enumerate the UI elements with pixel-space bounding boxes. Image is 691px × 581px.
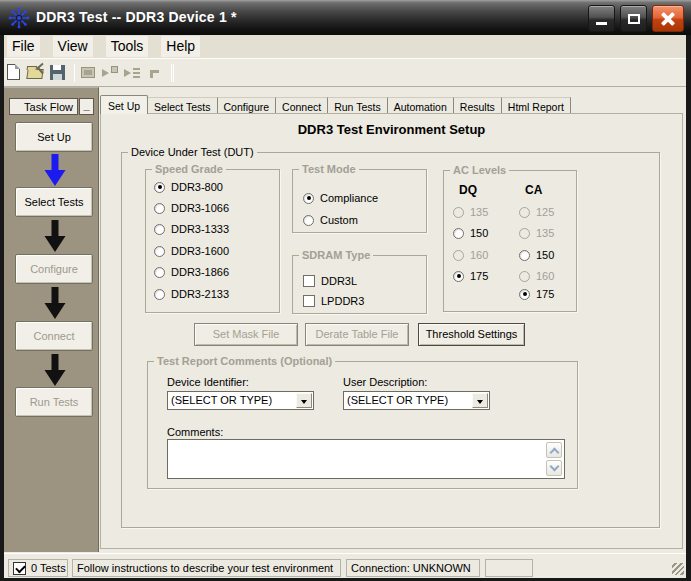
dq-column-header: DQ (459, 183, 477, 197)
export-setup-icon[interactable] (79, 63, 99, 83)
set-mask-file-button[interactable]: Set Mask File (194, 323, 298, 346)
maximize-button[interactable] (620, 5, 647, 32)
new-document-icon[interactable] (4, 63, 24, 83)
task-flow-connect-button[interactable]: Connect (15, 321, 93, 351)
task-flow-select-tests-button[interactable]: Select Tests (15, 187, 93, 217)
radio-ca-135[interactable]: 135 (519, 227, 554, 239)
radio-ca-125[interactable]: 125 (519, 206, 554, 218)
status-bar: 0 Tests Follow instructions to describe … (4, 555, 686, 578)
radio-ca-160[interactable]: 160 (519, 270, 554, 282)
status-message-panel: Follow instructions to describe your tes… (72, 559, 341, 577)
device-identifier-combo[interactable]: (SELECT OR TYPE) (167, 391, 314, 410)
speed-grade-group: Speed Grade DDR3-800 DDR3-1066 DDR3-1333… (145, 169, 280, 313)
radio-ddr3-1866[interactable]: DDR3-1866 (154, 266, 229, 278)
app-window: DDR3 Test -- DDR3 Device 1 * File View T… (0, 0, 691, 581)
task-flow-minimize-button[interactable]: _ (79, 98, 94, 115)
radio-dq-150[interactable]: 150 (453, 227, 488, 239)
toolbar-separator (173, 64, 174, 82)
menu-bar: File View Tools Help (0, 35, 691, 59)
app-icon (8, 7, 30, 29)
tab-select-tests[interactable]: Select Tests (148, 97, 217, 114)
tab-set-up[interactable]: Set Up (100, 95, 148, 114)
run-test-list-icon[interactable] (123, 63, 143, 83)
maximize-icon (628, 14, 640, 24)
toolbar-separator (74, 64, 75, 82)
radio-ca-175[interactable]: 175 (519, 288, 554, 300)
menu-view[interactable]: View (53, 36, 93, 57)
scroll-up-button[interactable] (546, 442, 562, 458)
radio-dq-175[interactable]: 175 (453, 270, 488, 282)
test-mode-group: Test Mode Compliance Custom (292, 169, 427, 233)
abort-run-icon[interactable] (145, 63, 165, 83)
test-mode-label: Test Mode (299, 163, 359, 175)
sdram-type-label: SDRAM Type (299, 249, 373, 261)
run-selected-test-icon[interactable] (101, 63, 121, 83)
radio-ddr3-1333[interactable]: DDR3-1333 (154, 223, 229, 235)
tab-automation[interactable]: Automation (388, 97, 454, 114)
dut-group: Device Under Test (DUT) Speed Grade DDR3… (121, 152, 660, 528)
task-flow-panel: Task Flow _ Set Up Select Tests Configur… (4, 87, 99, 552)
menu-file[interactable]: File (7, 36, 40, 57)
title-bar: DDR3 Test -- DDR3 Device 1 * (0, 0, 691, 35)
radio-ca-150[interactable]: 150 (519, 249, 554, 261)
tab-strip: Set Up Select Tests Configure Connect Ru… (100, 95, 571, 114)
flow-arrow-icon (43, 220, 67, 252)
chevron-down-icon[interactable] (296, 393, 312, 408)
flow-arrow-icon (43, 287, 67, 319)
test-report-comments-label: Test Report Comments (Optional) (154, 355, 335, 367)
toolbar (0, 60, 691, 87)
menu-help[interactable]: Help (161, 36, 200, 57)
status-separator (0, 553, 691, 554)
ac-levels-label: AC Levels (450, 164, 509, 176)
ca-column-header: CA (525, 183, 542, 197)
derate-table-file-button[interactable]: Derate Table File (305, 323, 409, 346)
user-description-label: User Description: (343, 376, 427, 388)
comments-label: Comments: (167, 426, 223, 438)
page-title: DDR3 Test Environment Setup (101, 122, 682, 137)
flow-arrow-icon (43, 154, 67, 186)
sdram-type-group: SDRAM Type DDR3L LPDDR3 (292, 255, 427, 314)
tab-connect[interactable]: Connect (276, 97, 328, 114)
window-border (686, 35, 691, 581)
task-flow-run-tests-button[interactable]: Run Tests (15, 387, 93, 417)
connection-status-panel: Connection: UNKNOWN (346, 559, 480, 577)
threshold-settings-button[interactable]: Threshold Settings (418, 323, 525, 346)
task-flow-set-up-button[interactable]: Set Up (15, 122, 93, 152)
radio-ddr3-1600[interactable]: DDR3-1600 (154, 245, 229, 257)
minimize-button[interactable] (588, 5, 615, 32)
tab-html-report[interactable]: Html Report (502, 97, 571, 114)
tests-checkbox[interactable] (13, 562, 26, 575)
minimize-icon (596, 22, 607, 25)
radio-custom[interactable]: Custom (303, 214, 358, 226)
open-file-icon[interactable] (26, 63, 46, 83)
radio-dq-135[interactable]: 135 (453, 206, 488, 218)
close-button[interactable] (652, 5, 684, 32)
comments-textarea[interactable] (167, 439, 565, 479)
radio-dq-160[interactable]: 160 (453, 249, 488, 261)
scroll-down-button[interactable] (546, 460, 562, 476)
toolbar-separator (171, 64, 172, 82)
save-file-icon[interactable] (48, 63, 68, 83)
ac-levels-group: AC Levels DQ CA 135 150 160 175 125 135 … (443, 170, 577, 312)
setup-tab-panel: DDR3 Test Environment Setup Device Under… (100, 113, 683, 549)
chevron-down-icon[interactable] (472, 393, 488, 408)
task-flow-configure-button[interactable]: Configure (15, 254, 93, 284)
menu-tools[interactable]: Tools (106, 36, 149, 57)
window-border (0, 35, 4, 581)
radio-compliance[interactable]: Compliance (303, 192, 378, 204)
radio-ddr3-2133[interactable]: DDR3-2133 (154, 288, 229, 300)
close-icon (653, 6, 683, 31)
checkbox-ddr3l[interactable]: DDR3L (303, 275, 357, 287)
radio-ddr3-1066[interactable]: DDR3-1066 (154, 202, 229, 214)
empty-status-panel (485, 559, 533, 577)
tab-configure[interactable]: Configure (218, 97, 277, 114)
user-description-combo[interactable]: (SELECT OR TYPE) (343, 391, 490, 410)
radio-ddr3-800[interactable]: DDR3-800 (154, 181, 223, 193)
tests-status-panel: 0 Tests (8, 559, 68, 577)
resize-grip[interactable] (672, 563, 684, 575)
tab-run-tests[interactable]: Run Tests (328, 97, 388, 114)
device-identifier-label: Device Identifier: (167, 376, 249, 388)
tab-results[interactable]: Results (454, 97, 502, 114)
checkbox-lpddr3[interactable]: LPDDR3 (303, 295, 364, 307)
task-flow-title: Task Flow (9, 98, 78, 115)
